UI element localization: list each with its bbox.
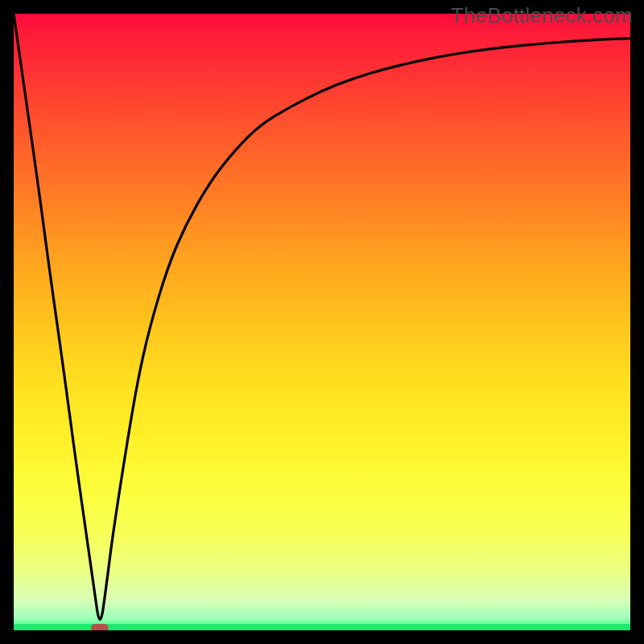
bottleneck-curve bbox=[14, 14, 630, 630]
plot-area bbox=[14, 14, 630, 630]
watermark-text: TheBottleneck.com bbox=[451, 3, 633, 28]
minimum-marker bbox=[91, 624, 109, 630]
chart-frame: TheBottleneck.com bbox=[0, 0, 644, 644]
